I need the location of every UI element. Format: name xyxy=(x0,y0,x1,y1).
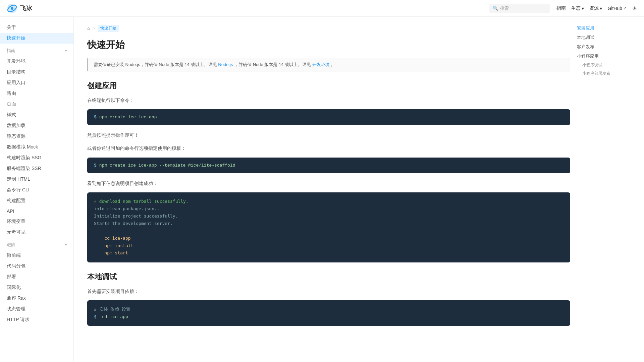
code-block-cdapp: # 安装 依赖 设置 $ cd ice-app xyxy=(87,300,570,326)
info-text: 需要保证已安装 Node.js，并确保 Node 版本是 14 或以上。详见 xyxy=(94,62,217,67)
para-follow-prompt: 然后按照提示操作即可！ xyxy=(87,131,570,139)
section-title-debug: 本地调试 xyxy=(87,272,570,282)
toc-item-miniapp[interactable]: 小程序应用 xyxy=(577,52,637,61)
para-template-option: 或者你通过附加的命令行选项指定使用的模板： xyxy=(87,144,570,153)
nodejs-link[interactable]: Node.js xyxy=(218,62,233,67)
breadcrumb-current: 快速开始 xyxy=(98,25,119,32)
advanced-chevron-icon: ▾ xyxy=(65,243,67,247)
code-block-output: ✓ download npm tarball successfully. inf… xyxy=(87,192,570,262)
sidebar-item-buildconfig[interactable]: 构建配置 xyxy=(0,195,73,206)
sidebar-item-envvars[interactable]: 环境变量 xyxy=(0,216,73,227)
toc-subitem-miniapp-deploy[interactable]: 小程序部署发布 xyxy=(577,69,637,78)
nav-github[interactable]: GitHub ↗ xyxy=(607,6,627,11)
para-success-msg: 看到如下信息说明项目创建成功： xyxy=(87,179,570,188)
devenv-link[interactable]: 开发环境 xyxy=(312,62,330,67)
svg-point-2 xyxy=(11,7,13,10)
logo-text: 飞冰 xyxy=(20,4,32,12)
section-title-create: 创建应用 xyxy=(87,81,570,91)
sidebar-section-guide: 指南 ▾ xyxy=(0,44,73,56)
nav-links: 指南 生态 ▾ 资源 ▾ GitHub ↗ ☀ xyxy=(556,5,637,12)
toc-subitem-miniapp-debug[interactable]: 小程序调试 xyxy=(577,61,637,69)
sidebar-item-mock[interactable]: 数据模拟 Mock xyxy=(0,142,73,153)
sidebar-item-appentry[interactable]: 应用入口 xyxy=(0,77,73,88)
code-block-create: $npm create ice ice-app xyxy=(87,109,570,125)
chevron-down-icon2: ▾ xyxy=(600,6,602,11)
sidebar-item-microfrontend[interactable]: 微前端 xyxy=(0,250,73,261)
nav-guide[interactable]: 指南 xyxy=(556,5,566,11)
sidebar-item-routes[interactable]: 路由 xyxy=(0,88,73,99)
breadcrumb: ⌂ > 快速开始 xyxy=(87,25,570,32)
breadcrumb-home[interactable]: ⌂ xyxy=(87,26,90,31)
sidebar-item-styles[interactable]: 样式 xyxy=(0,110,73,120)
sidebar-item-dataload[interactable]: 数据加载 xyxy=(0,120,73,131)
sidebar-item-compat[interactable]: 元考可见 xyxy=(0,227,73,238)
toc: 安装应用 本地调试 客户发布 小程序应用 小程序调试 小程序部署发布 xyxy=(577,23,637,78)
sidebar-item-i18n[interactable]: 国际化 xyxy=(0,282,73,293)
sidebar-item-deploy[interactable]: 部署 xyxy=(0,272,73,282)
sidebar-item-cli[interactable]: 命令行 CLI xyxy=(0,185,73,195)
top-nav: 飞冰 🔍 搜索 指南 生态 ▾ 资源 ▾ GitHub ↗ ☀ xyxy=(0,0,644,17)
para-install-deps: 首先需要安装项目依赖： xyxy=(87,287,570,296)
sidebar-section-advanced: 进阶 ▾ xyxy=(0,238,73,250)
search-icon: 🔍 xyxy=(493,6,498,11)
main-layout: 关于 快速开始 指南 ▾ 开发环境 目录结构 应用入口 路由 页面 样式 数据加… xyxy=(0,17,644,340)
nav-resources[interactable]: 资源 ▾ xyxy=(589,5,602,11)
sidebar-item-devenv[interactable]: 开发环境 xyxy=(0,56,73,67)
sidebar-item-codesplit[interactable]: 代码分包 xyxy=(0,261,73,272)
code-pre-cd: # 安装 依赖 设置 $ cd ice-app xyxy=(94,306,564,320)
search-bar[interactable]: 🔍 搜索 xyxy=(489,4,550,13)
sidebar-item-api[interactable]: API xyxy=(0,206,73,216)
nav-ecosystem[interactable]: 生态 ▾ xyxy=(571,5,584,11)
breadcrumb-separator: > xyxy=(93,26,95,31)
sidebar-item-http[interactable]: HTTP 请求 xyxy=(0,314,73,325)
sidebar-item-pages[interactable]: 页面 xyxy=(0,99,73,110)
sidebar-item-dirstructure[interactable]: 目录结构 xyxy=(0,67,73,77)
code-block-template: $npm create ice ice-app --template @ice/… xyxy=(87,158,570,173)
external-link-icon: ↗ xyxy=(624,6,627,10)
sidebar-item-about[interactable]: 关于 xyxy=(0,22,73,33)
sidebar-item-rax[interactable]: 兼容 Rax xyxy=(0,293,73,304)
page-title: 快速开始 xyxy=(87,39,570,51)
guide-chevron-icon: ▾ xyxy=(65,49,67,53)
sidebar-item-ssg[interactable]: 构建时渲染 SSG xyxy=(0,153,73,163)
toc-item-local[interactable]: 本地调试 xyxy=(577,33,637,42)
sidebar-item-static[interactable]: 静态资源 xyxy=(0,131,73,142)
sidebar-item-quickstart[interactable]: 快速开始 xyxy=(0,33,73,44)
sidebar: 关于 快速开始 指南 ▾ 开发环境 目录结构 应用入口 路由 页面 样式 数据加… xyxy=(0,17,74,340)
toc-item-install[interactable]: 安装应用 xyxy=(577,23,637,33)
info-box: 需要保证已安装 Node.js，并确保 Node 版本是 14 或以上。详见 N… xyxy=(87,58,570,71)
sidebar-item-ssr[interactable]: 服务端渲染 SSR xyxy=(0,163,73,174)
chevron-down-icon: ▾ xyxy=(582,6,584,11)
logo[interactable]: 飞冰 xyxy=(7,3,32,14)
logo-icon xyxy=(7,3,17,14)
para-terminal-cmd: 在终端执行以下命令： xyxy=(87,96,570,105)
output-pre: ✓ download npm tarball successfully. inf… xyxy=(94,198,564,257)
sidebar-item-html[interactable]: 定制 HTML xyxy=(0,174,73,185)
search-placeholder: 搜索 xyxy=(500,5,509,11)
main-content: ⌂ > 快速开始 快速开始 需要保证已安装 Node.js，并确保 Node 版… xyxy=(74,17,584,340)
toc-item-deploy[interactable]: 客户发布 xyxy=(577,42,637,52)
sidebar-item-state[interactable]: 状态管理 xyxy=(0,304,73,314)
theme-toggle-button[interactable]: ☀ xyxy=(632,5,637,12)
